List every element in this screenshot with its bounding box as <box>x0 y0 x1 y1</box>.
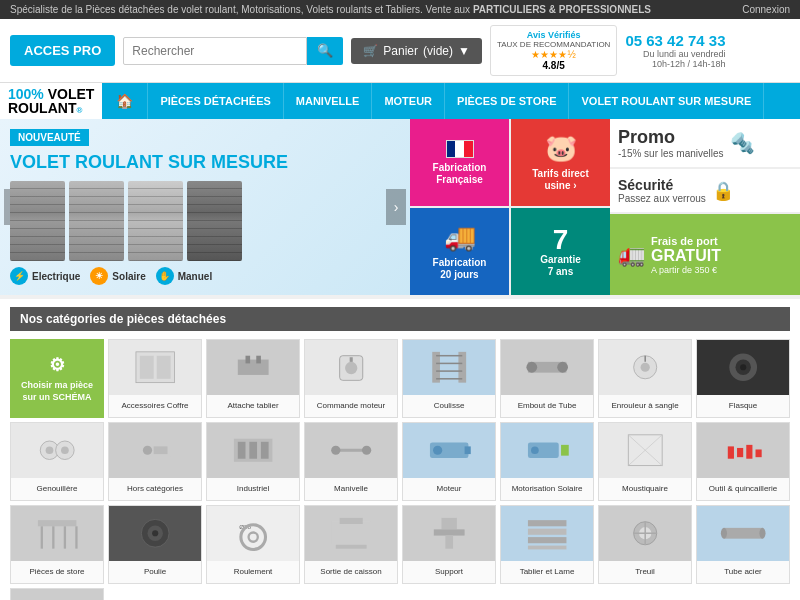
svg-rect-1 <box>140 356 154 379</box>
cat-enrouleur[interactable]: Enrouleur à sangle <box>598 339 692 418</box>
type-manual: ✋ Manuel <box>156 267 212 285</box>
guarantee-label: Garantie7 ans <box>540 254 581 278</box>
nav-moteur[interactable]: MOTEUR <box>372 83 445 119</box>
nav-logo[interactable]: 100% VOLET ROULANT® <box>0 83 102 119</box>
shutter-images <box>10 181 400 261</box>
tarifs-label: Tarifs directusine › <box>532 168 589 192</box>
svg-rect-34 <box>261 442 269 459</box>
cat-pieces-store[interactable]: Pièces de store <box>10 505 104 584</box>
nav-home[interactable]: 🏠 <box>102 83 148 119</box>
cat-support[interactable]: Support <box>402 505 496 584</box>
nav-pieces[interactable]: PIÈCES DÉTACHÉES <box>148 83 283 119</box>
cat-accessoires[interactable]: Accessoires Coffre <box>108 339 202 418</box>
cat-thumb <box>109 423 201 478</box>
cat-label: Commande moteur <box>315 395 387 417</box>
secure-block[interactable]: Sécurité Passez aux verrous 🔒 <box>610 169 800 212</box>
cat-label: Tube acier <box>722 561 764 583</box>
cat-thumb <box>697 423 789 478</box>
type-electric: ⚡ Electrique <box>10 267 80 285</box>
svg-point-29 <box>143 446 152 455</box>
nav-manivelle[interactable]: MANIVELLE <box>284 83 373 119</box>
free-ship-block[interactable]: 🚛 Frais de port GRATUIT A partir de 350 … <box>610 214 800 295</box>
cat-thumb <box>305 340 397 395</box>
svg-rect-5 <box>256 356 261 364</box>
cat-thumb <box>501 340 593 395</box>
manual-label: Manuel <box>178 271 212 282</box>
cat-moteur[interactable]: Moteur <box>402 422 496 501</box>
cat-label: Genouillère <box>35 478 80 500</box>
bc-tarifs[interactable]: 🐷 Tarifs directusine › <box>511 119 610 206</box>
svg-rect-64 <box>336 545 367 549</box>
cat-sortie[interactable]: Sortie de caisson <box>304 505 398 584</box>
banner-title: VOLET ROULANT SUR MESURE <box>10 152 400 173</box>
cat-commande[interactable]: Commande moteur <box>304 339 398 418</box>
nav-mesure[interactable]: VOLET ROULANT SUR MESURE <box>569 83 764 119</box>
cat-roulement[interactable]: Ø28 Roulement <box>206 505 300 584</box>
top-bar-text: Spécialiste de la Pièces détachées de vo… <box>10 4 651 15</box>
cat-label: Embout de Tube <box>516 395 579 417</box>
cat-embout[interactable]: Embout de Tube <box>500 339 594 418</box>
days-label: Fabrication20 jours <box>433 257 487 281</box>
cat-moustiquaire[interactable]: Moustiquaire <box>598 422 692 501</box>
cat-moto-solaire[interactable]: Motorisation Solaire <box>500 422 594 501</box>
cat-thumb <box>11 423 103 478</box>
logo-text: 100% VOLET <box>8 87 94 101</box>
search-input[interactable] <box>123 37 307 65</box>
bc-guarantee[interactable]: 7 Garantie7 ans <box>511 208 610 295</box>
cat-volet[interactable]: Volet roulant sur <box>10 588 104 600</box>
promo-block[interactable]: Promo -15% sur les manivelles 🔩 <box>610 119 800 167</box>
search-button[interactable]: 🔍 <box>307 37 343 65</box>
cart-button[interactable]: 🛒 Panier (vide) ▼ <box>351 38 482 64</box>
cat-attache[interactable]: Attache tablier <box>206 339 300 418</box>
cat-coulisse[interactable]: Coulisse <box>402 339 496 418</box>
categories-grid: ⚙ Choisir ma pièce sur un SCHÉMA Accesso… <box>10 339 790 600</box>
cat-flasque[interactable]: Flasque <box>696 339 790 418</box>
svg-point-78 <box>759 528 765 539</box>
cat-genouillere[interactable]: Genouillère <box>10 422 104 501</box>
cat-hors[interactable]: Hors catégories <box>108 422 202 501</box>
electric-icon: ⚡ <box>10 267 28 285</box>
cat-label: Outil & quincaillerie <box>707 478 779 500</box>
promo-img: 🔩 <box>730 131 755 155</box>
bc-days[interactable]: 🚚 Fabrication20 jours <box>410 208 509 295</box>
promo-text-block: Promo -15% sur les manivelles <box>618 127 724 159</box>
svg-point-17 <box>557 362 568 373</box>
cat-label: Accessoires Coffre <box>120 395 191 417</box>
cat-treuil[interactable]: Treuil <box>598 505 692 584</box>
electric-label: Electrique <box>32 271 80 282</box>
cat-tablier[interactable]: Tablier et Lame <box>500 505 594 584</box>
cat-label: Motorisation Solaire <box>510 478 585 500</box>
schema-content: ⚙ Choisir ma pièce sur un SCHÉMA <box>11 340 103 417</box>
bc-fabrication[interactable]: FabricationFrançaise <box>410 119 509 206</box>
svg-point-36 <box>331 446 340 455</box>
svg-point-7 <box>345 362 357 374</box>
cat-thumb <box>697 340 789 395</box>
schema-icon: ⚙ <box>49 354 65 376</box>
svg-rect-63 <box>339 518 362 524</box>
cat-thumb <box>403 506 495 561</box>
cat-thumb <box>697 506 789 561</box>
accespro-logo[interactable]: ACCES PRO <box>10 35 115 66</box>
svg-point-77 <box>721 528 727 539</box>
cat-outil[interactable]: Outil & quincaillerie <box>696 422 790 501</box>
svg-rect-65 <box>441 518 456 530</box>
promo-title: Promo <box>618 127 724 148</box>
french-flag <box>446 140 474 158</box>
cat-schema[interactable]: ⚙ Choisir ma pièce sur un SCHÉMA <box>10 339 104 418</box>
cart-status: (vide) <box>423 44 453 58</box>
login-link[interactable]: Connexion <box>742 4 790 15</box>
cat-poulie[interactable]: Poulie <box>108 505 202 584</box>
main-nav: 100% VOLET ROULANT® 🏠 PIÈCES DÉTACHÉES M… <box>0 83 800 119</box>
svg-point-26 <box>45 447 53 455</box>
cat-label: Support <box>433 561 465 583</box>
avis-label: TAUX DE RECOMMANDATION <box>497 40 610 49</box>
top-bar: Spécialiste de la Pièces détachées de vo… <box>0 0 800 19</box>
cat-manivelle[interactable]: Manivelle <box>304 422 398 501</box>
banner-badge: NOUVEAUTÉ <box>10 129 89 146</box>
piggy-icon: 🐷 <box>545 133 577 164</box>
banner-right: Promo -15% sur les manivelles 🔩 Sécurité… <box>610 119 800 295</box>
nav-store[interactable]: PIÈCES DE STORE <box>445 83 569 119</box>
cat-industriel[interactable]: Industriel <box>206 422 300 501</box>
cat-tube[interactable]: Tube acier <box>696 505 790 584</box>
banner-next[interactable]: › <box>386 189 406 225</box>
